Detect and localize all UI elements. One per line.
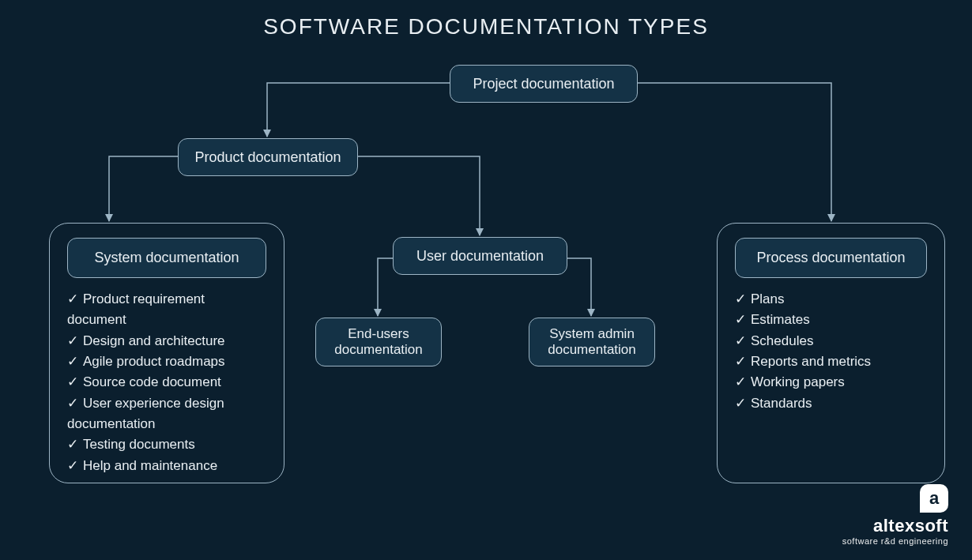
- node-product-documentation: Product documentation: [178, 138, 358, 176]
- list-item: Help and maintenance: [67, 456, 266, 476]
- list-item: Standards: [735, 393, 927, 414]
- list-item: Source code document: [67, 372, 266, 393]
- list-item: User experience design documentation: [67, 393, 266, 435]
- list-item: Design and architecture: [67, 331, 266, 351]
- system-documentation-items: Product requirement document Design and …: [67, 289, 266, 476]
- diagram-title: SOFTWARE DOCUMENTATION TYPES: [0, 14, 972, 39]
- logo-mark-icon: a: [920, 484, 948, 513]
- node-end-users-documentation: End-users documentation: [315, 318, 442, 366]
- list-item: Estimates: [735, 310, 927, 330]
- node-project-documentation: Project documentation: [450, 65, 638, 103]
- list-item: Agile product roadmaps: [67, 351, 266, 372]
- list-item: Schedules: [735, 331, 927, 351]
- node-system-documentation: System documentation: [67, 238, 266, 278]
- node-process-documentation: Process documentation: [735, 238, 927, 278]
- list-item: Product requirement document: [67, 289, 266, 331]
- logo-brand-text: altexsoft: [842, 516, 948, 536]
- list-item: Testing documents: [67, 434, 266, 455]
- list-item: Plans: [735, 289, 927, 310]
- brand-logo: a altexsoft software r&d engineering: [842, 484, 948, 546]
- logo-tagline: software r&d engineering: [842, 536, 948, 546]
- list-item: Working papers: [735, 372, 927, 393]
- group-system-documentation: System documentation Product requirement…: [49, 223, 284, 483]
- list-item: Reports and metrics: [735, 351, 927, 372]
- node-system-admin-documentation: System admin documentation: [529, 318, 655, 366]
- process-documentation-items: Plans Estimates Schedules Reports and me…: [735, 289, 927, 414]
- group-process-documentation: Process documentation Plans Estimates Sc…: [717, 223, 945, 483]
- node-user-documentation: User documentation: [393, 237, 567, 275]
